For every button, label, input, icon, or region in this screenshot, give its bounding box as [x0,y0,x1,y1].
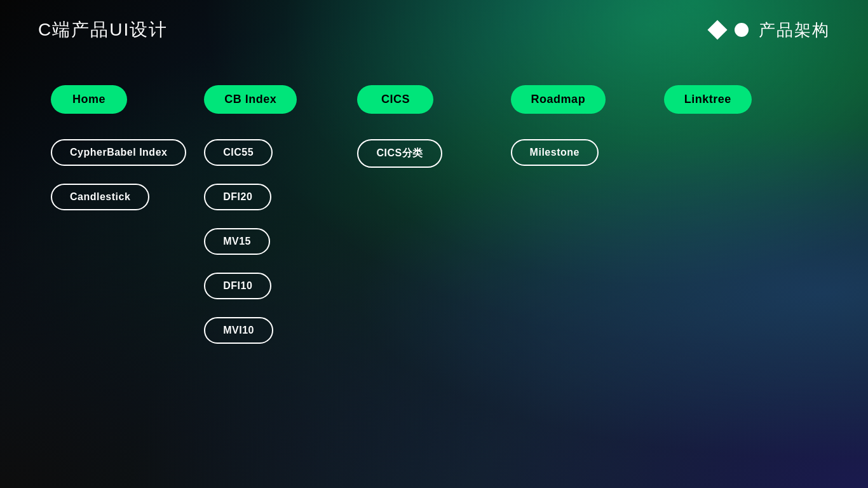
main-content: HomeCypherBabel IndexCandlestickCB Index… [0,60,868,387]
primary-btn-cb-index-col[interactable]: CB Index [204,85,297,114]
diamond-icon [707,20,727,39]
header-right: 产品架构 [710,19,830,41]
circle-icon [735,23,749,37]
app-title: C端产品UI设计 [38,18,168,42]
secondary-btn-dfi10[interactable]: DFI10 [204,273,271,299]
secondary-btn-milestone[interactable]: Milestone [511,139,599,166]
columns-container: HomeCypherBabel IndexCandlestickCB Index… [51,85,817,362]
primary-btn-cics-col[interactable]: CICS [357,85,433,114]
secondary-btn-cics分类[interactable]: CICS分类 [357,139,442,168]
nav-label: 产品架构 [759,19,830,41]
primary-btn-linktree-col[interactable]: Linktree [664,85,752,114]
header: C端产品UI设计 产品架构 [0,0,868,60]
column-linktree-col: Linktree [664,85,817,362]
secondary-btn-cypherbabel-index[interactable]: CypherBabel Index [51,139,186,166]
secondary-btn-candlestick[interactable]: Candlestick [51,184,149,210]
column-home-col: HomeCypherBabel IndexCandlestick [51,85,204,362]
column-cics-col: CICSCICS分类 [357,85,510,362]
secondary-btn-dfi20[interactable]: DFI20 [204,184,271,210]
primary-btn-roadmap-col[interactable]: Roadmap [511,85,606,114]
secondary-btn-mvi10[interactable]: MVI10 [204,317,273,344]
column-cb-index-col: CB IndexCIC55DFI20MV15DFI10MVI10 [204,85,357,362]
secondary-btn-cic55[interactable]: CIC55 [204,139,273,166]
column-roadmap-col: RoadmapMilestone [511,85,664,362]
secondary-btn-mv15[interactable]: MV15 [204,228,270,255]
primary-btn-home-col[interactable]: Home [51,85,127,114]
